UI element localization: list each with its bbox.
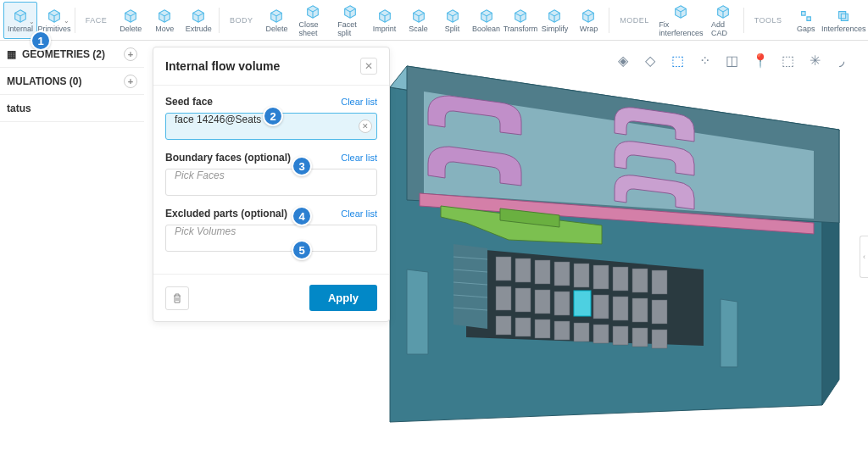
svg-rect-33 <box>515 318 531 336</box>
cube-icon <box>46 8 63 25</box>
svg-rect-19 <box>574 264 589 287</box>
tool-internal-label: Internal <box>8 25 33 33</box>
view-solid-icon[interactable]: ◈ <box>614 51 632 69</box>
cube-icon <box>672 3 689 20</box>
gaps-icon <box>798 8 815 25</box>
view-wireframe-icon[interactable]: ◇ <box>641 51 659 69</box>
add-simulation-button[interactable]: + <box>124 75 137 88</box>
tool-delete-body[interactable]: Delete <box>259 2 293 39</box>
label: Extrude <box>186 25 212 33</box>
settings-gear-icon[interactable]: ✳ <box>805 51 824 69</box>
label: Simplify <box>542 25 569 33</box>
tool-simplify[interactable]: Simplify <box>537 2 571 39</box>
svg-rect-24 <box>496 286 511 310</box>
label: Transform <box>504 25 538 33</box>
tool-extrude[interactable]: Extrude <box>181 2 215 39</box>
tool-close-sheet[interactable]: Close sheet <box>293 2 332 39</box>
cube-icon <box>268 8 285 25</box>
tool-transform[interactable]: Transform <box>504 2 538 39</box>
step-badge-2: 2 <box>263 106 283 126</box>
svg-rect-30 <box>632 298 648 322</box>
svg-rect-16 <box>515 258 531 282</box>
geometries-icon: ▦ <box>7 48 19 60</box>
tool-scale[interactable]: Scale <box>402 2 436 39</box>
measure-icon[interactable]: ◞ <box>832 51 851 69</box>
svg-rect-32 <box>496 316 511 335</box>
view-iso-icon[interactable]: ◫ <box>722 51 741 69</box>
clear-seed-icon[interactable]: ✕ <box>359 119 372 133</box>
cube-icon <box>410 8 427 25</box>
cube-icon <box>478 8 495 25</box>
delete-operation-button[interactable] <box>165 286 189 310</box>
tool-internal[interactable]: Internal ⌄ <box>3 2 37 39</box>
viewport-tool-icons: 📍 ⬚ ✳ ◞ <box>751 51 851 69</box>
toolbar: Internal ⌄ Primitives ⌄ FACE Delete Move… <box>0 0 868 41</box>
section-tools: TOOLS <box>748 16 789 25</box>
tool-interferences[interactable]: Interferences <box>823 2 865 39</box>
label: Add CAD <box>711 20 735 37</box>
separator <box>609 8 609 33</box>
svg-rect-40 <box>652 330 667 348</box>
label: Wrap <box>580 25 598 33</box>
pin-icon[interactable]: 📍 <box>751 51 770 69</box>
svg-rect-37 <box>593 325 609 343</box>
tool-imprint[interactable]: Imprint <box>368 2 402 39</box>
clear-seed-link[interactable]: Clear list <box>341 97 377 107</box>
boundary-faces-label: Boundary faces (optional) <box>165 152 291 164</box>
tool-gaps[interactable]: Gaps <box>789 2 823 39</box>
label: Scale <box>409 25 428 33</box>
separator <box>743 8 744 33</box>
separator <box>219 8 220 33</box>
cube-icon <box>444 8 461 25</box>
viewport-mode-icons: ◈ ◇ ⬚ ⁘ ◫ <box>614 51 741 69</box>
svg-rect-29 <box>613 297 628 320</box>
clear-boundary-link[interactable]: Clear list <box>341 153 377 163</box>
svg-marker-43 <box>721 299 737 367</box>
svg-rect-21 <box>613 267 628 291</box>
section-body: BODY <box>223 16 260 25</box>
cube-icon <box>580 8 597 25</box>
label: Boolean <box>472 25 500 33</box>
svg-marker-42 <box>407 269 428 354</box>
view-points-icon[interactable]: ⁘ <box>695 51 714 69</box>
excluded-parts-input[interactable]: Pick Volumes <box>165 225 377 252</box>
cube-icon <box>12 8 29 25</box>
select-box-icon[interactable]: ⬚ <box>778 51 797 69</box>
tool-wrap[interactable]: Wrap <box>571 2 605 39</box>
clear-excluded-link[interactable]: Clear list <box>341 208 377 219</box>
close-icon[interactable]: ✕ <box>360 58 377 75</box>
cube-icon <box>715 3 732 20</box>
tool-fix-interferences[interactable]: Fix interferences <box>656 2 706 39</box>
label: MULATIONS (0) <box>7 75 81 87</box>
cube-icon <box>376 8 393 25</box>
add-geometry-button[interactable]: + <box>124 47 137 61</box>
tool-move[interactable]: Move <box>147 2 181 39</box>
view-cube-icon[interactable]: ⬚ <box>668 51 687 69</box>
internal-flow-volume-panel: Internal flow volume ✕ Seed face Clear l… <box>153 47 390 322</box>
tree-geometries[interactable]: ▦GEOMETRIES (2) + <box>0 41 144 68</box>
svg-rect-25 <box>515 288 531 312</box>
tree-simulations[interactable]: MULATIONS (0) + <box>0 68 144 95</box>
svg-rect-35 <box>554 321 570 340</box>
boundary-faces-input[interactable]: Pick Faces <box>165 169 377 196</box>
apply-button[interactable]: Apply <box>309 285 377 311</box>
section-model: MODEL <box>613 16 656 25</box>
label: Delete <box>120 25 142 33</box>
label: Delete <box>265 25 287 33</box>
svg-rect-34 <box>535 319 550 338</box>
tree-status[interactable]: tatus <box>0 95 144 122</box>
svg-rect-20 <box>593 265 609 289</box>
tool-boolean[interactable]: Boolean <box>470 2 504 39</box>
cube-icon <box>512 8 529 25</box>
tool-split[interactable]: Split <box>436 2 470 39</box>
tool-delete-face[interactable]: Delete <box>114 2 147 39</box>
tool-facet-split[interactable]: Facet split <box>332 2 367 39</box>
svg-rect-18 <box>554 262 570 286</box>
svg-rect-38 <box>613 326 628 345</box>
trash-icon <box>171 292 183 304</box>
chevron-down-icon: ⌄ <box>64 17 70 25</box>
label: Split <box>445 25 460 33</box>
tool-add-cad[interactable]: Add CAD <box>706 2 740 39</box>
svg-rect-31 <box>652 300 667 324</box>
side-panel-handle[interactable]: ‹ <box>860 236 868 278</box>
